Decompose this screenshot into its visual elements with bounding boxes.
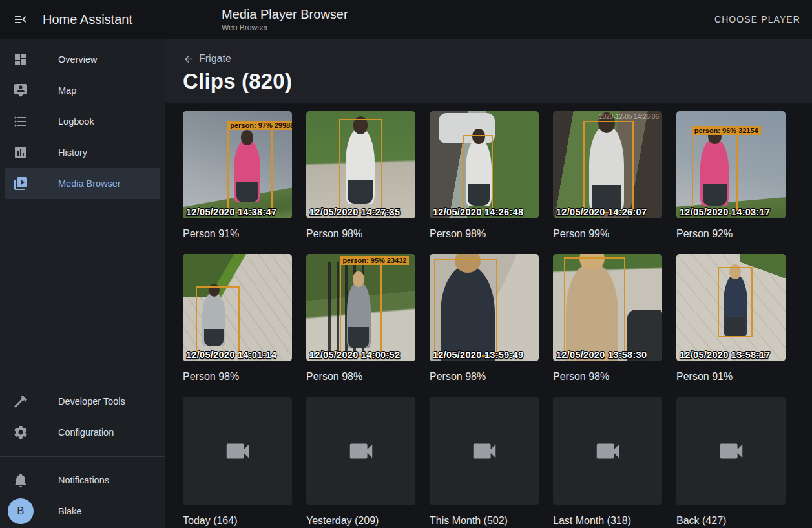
timestamp-overlay: 12/05/2020 14:03:17 (680, 207, 770, 217)
sidebar-item-label: Developer Tools (58, 396, 125, 407)
video-camera-icon (346, 436, 376, 466)
sidebar-item-notifications[interactable]: Notifications (5, 465, 160, 496)
folder-thumbnail (306, 397, 415, 505)
view-dashboard-icon (13, 52, 28, 67)
camera-osd-timestamp: 2020-12-05 14:26:06 (599, 113, 659, 120)
format-list-bulleted-icon (13, 114, 28, 129)
folder-card-last-month[interactable]: Last Month (318) (553, 397, 662, 527)
clip-card[interactable]: person: 96% 32154 12/05/2020 14:03:17 Pe… (676, 111, 786, 240)
topbar-page-title-block: Media Player Browser Web Browser (222, 6, 348, 33)
sidebar-item-overview[interactable]: Overview (5, 44, 160, 75)
hammer-icon (13, 394, 28, 409)
folder-caption: This Month (502) (430, 514, 539, 527)
folder-caption: Today (164) (183, 514, 292, 527)
clip-thumbnail: person: 96% 32154 12/05/2020 14:03:17 (676, 111, 786, 218)
folder-caption: Last Month (318) (553, 514, 662, 527)
menu-open-icon (13, 12, 28, 27)
clip-thumbnail: 12/05/2020 13:59:49 (430, 254, 539, 361)
tooltip-account-icon (13, 83, 28, 98)
app-title: Home Assistant (43, 12, 132, 27)
detection-label: person: 97% 29988 (227, 121, 292, 130)
folder-card-today[interactable]: Today (164) (183, 397, 292, 527)
clip-caption: Person 99% (553, 227, 662, 240)
folder-caption: Yesterday (209) (306, 514, 415, 527)
clip-caption: Person 98% (430, 227, 539, 240)
sidebar-item-user-profile[interactable]: B Blake (5, 496, 160, 527)
sidebar-item-developer-tools[interactable]: Developer Tools (5, 386, 160, 417)
user-name: Blake (58, 506, 81, 516)
clip-thumbnail: 12/05/2020 14:26:48 (430, 111, 539, 218)
media-grid: person: 97% 29988 12/05/2020 14:38:47 Pe… (183, 111, 786, 527)
video-camera-icon (593, 436, 623, 466)
clip-card[interactable]: 2020-12-05 14:26:06 12/05/2020 14:26:07 … (553, 111, 662, 240)
timestamp-overlay: 12/05/2020 14:26:07 (556, 207, 647, 217)
clip-thumbnail: 12/05/2020 14:01:14 (183, 254, 292, 361)
sidebar-item-media-browser[interactable]: Media Browser (5, 168, 160, 199)
clip-card[interactable]: 12/05/2020 13:58:17 Person 91% (676, 254, 786, 383)
section-title: Clips (820) (183, 69, 812, 94)
timestamp-overlay: 12/05/2020 14:38:47 (186, 207, 276, 217)
content-header: Frigate Clips (820) (165, 39, 812, 103)
video-camera-icon (716, 436, 746, 466)
clip-card[interactable]: person: 95% 23432 12/05/2020 14:00:52 Pe… (306, 254, 415, 383)
folder-card-this-month[interactable]: This Month (502) (430, 397, 539, 527)
detection-bounding-box (718, 267, 753, 338)
folder-card-yesterday[interactable]: Yesterday (209) (306, 397, 415, 527)
clip-thumbnail: 12/05/2020 13:58:30 (553, 254, 662, 361)
page-subtitle: Web Browser (222, 23, 348, 33)
chart-box-icon (13, 145, 28, 160)
clip-caption: Person 98% (430, 370, 539, 383)
choose-player-button[interactable]: CHOOSE PLAYER (709, 8, 806, 31)
clip-thumbnail: 12/05/2020 14:27:35 (306, 111, 415, 218)
timestamp-overlay: 12/05/2020 13:59:49 (433, 350, 523, 360)
detection-label: person: 96% 32154 (692, 126, 761, 135)
sidebar-item-logbook[interactable]: Logbook (5, 106, 160, 137)
sidebar-divider (0, 456, 165, 457)
clip-caption: Person 98% (306, 227, 415, 240)
clip-card[interactable]: 12/05/2020 13:59:49 Person 98% (430, 254, 539, 383)
arrow-left-icon (183, 54, 194, 65)
clip-thumbnail: 2020-12-05 14:26:06 12/05/2020 14:26:07 (553, 111, 662, 218)
main-content: Frigate Clips (820) person: 97% 29988 12… (165, 39, 812, 528)
sidebar-item-label: Map (58, 85, 76, 96)
timestamp-overlay: 12/05/2020 14:00:52 (309, 350, 400, 360)
clip-caption: Person 91% (676, 370, 786, 383)
detection-bounding-box (463, 135, 493, 210)
timestamp-overlay: 12/05/2020 14:27:35 (309, 207, 400, 217)
detection-bounding-box (434, 259, 497, 357)
breadcrumb-label: Frigate (199, 53, 231, 65)
sidebar-item-label: Notifications (58, 475, 109, 485)
topbar-left-section: Home Assistant (0, 4, 165, 35)
user-avatar: B (8, 498, 34, 524)
clip-caption: Person 91% (183, 227, 292, 240)
clip-card[interactable]: 12/05/2020 14:01:14 Person 98% (183, 254, 292, 383)
breadcrumb-back-link[interactable]: Frigate (183, 39, 231, 65)
sidebar-item-configuration[interactable]: Configuration (5, 417, 160, 448)
clip-caption: Person 98% (183, 370, 292, 383)
detection-bounding-box (583, 121, 634, 213)
sidebar-item-map[interactable]: Map (5, 75, 160, 106)
sidebar-bottom-section: Developer Tools Configuration Notificati… (0, 386, 165, 528)
detection-bounding-box (564, 257, 625, 358)
video-camera-icon (223, 436, 253, 466)
timestamp-overlay: 12/05/2020 14:01:14 (186, 350, 276, 360)
detection-bounding-box: person: 96% 32154 (692, 134, 738, 215)
clip-caption: Person 98% (306, 370, 415, 383)
detection-bounding-box (339, 119, 383, 212)
folder-thumbnail (183, 397, 292, 505)
clip-card[interactable]: 12/05/2020 14:26:48 Person 98% (430, 111, 539, 240)
sidebar: Overview Map Logbook History Media Brows… (0, 39, 165, 528)
page-title: Media Player Browser (222, 6, 348, 22)
sidebar-item-label: Logbook (58, 116, 94, 127)
folder-thumbnail (430, 397, 539, 505)
clip-card[interactable]: person: 97% 29988 12/05/2020 14:38:47 Pe… (183, 111, 292, 240)
sidebar-item-label: Overview (58, 54, 97, 65)
clip-thumbnail: person: 95% 23432 12/05/2020 14:00:52 (306, 254, 415, 361)
sidebar-item-history[interactable]: History (5, 137, 160, 168)
sidebar-nav-list: Overview Map Logbook History Media Brows… (0, 39, 165, 199)
clip-card[interactable]: 12/05/2020 14:27:35 Person 98% (306, 111, 415, 240)
sidebar-toggle-button[interactable] (5, 4, 36, 35)
folder-card-back[interactable]: Back (427) (676, 397, 786, 527)
clip-card[interactable]: 12/05/2020 13:58:30 Person 98% (553, 254, 662, 383)
detection-bounding-box: person: 97% 29988 (227, 129, 272, 213)
